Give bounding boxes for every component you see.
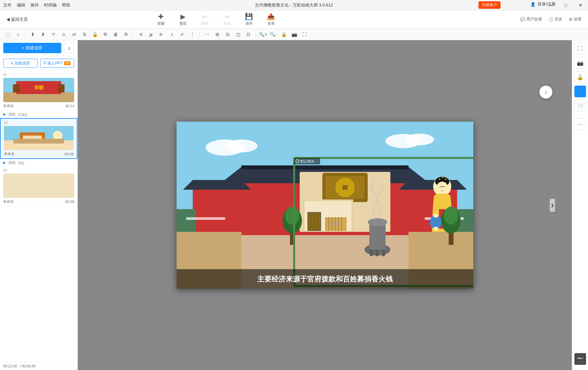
toolbar-publish[interactable]: 📤 发布	[264, 13, 278, 26]
svg-rect-24	[193, 190, 251, 232]
svg-rect-4	[13, 84, 19, 92]
music-note-icon: ♪	[545, 89, 548, 96]
tool-zoom-in[interactable]: 🔍+	[259, 30, 268, 39]
tool-copy[interactable]: ⧉	[121, 30, 131, 39]
window-controls: ─ □ ✕	[543, 0, 588, 10]
svg-rect-5	[58, 84, 64, 92]
toolbar-undo[interactable]: ↩ 撤销	[198, 13, 212, 26]
history-label: 历史	[555, 17, 562, 22]
svg-rect-35	[342, 185, 348, 190]
svg-point-70	[285, 207, 299, 225]
canvas-wrapper[interactable]: ★ ★ ★	[78, 40, 572, 370]
main-layout: + 新建场景 ♪ A 智能场景 P 插入PPT VIP 01	[0, 40, 588, 370]
tool-lock2[interactable]: 🔒	[279, 30, 288, 39]
tool-distribute-h[interactable]: ⫻	[178, 30, 187, 39]
close-button[interactable]: ✕	[573, 0, 588, 10]
tool-screenshot[interactable]: 📷	[290, 30, 299, 39]
tool-align-up[interactable]: ⬆	[39, 30, 48, 39]
toolbar-save[interactable]: 💾 保存	[242, 13, 256, 26]
collapse-button[interactable]: ❯	[550, 199, 555, 212]
canvas-scene-svg: ★ ★ ★	[177, 122, 473, 289]
tool-flip-v[interactable]: ⇅	[80, 30, 89, 39]
ai-scene-button[interactable]: A 智能场景	[3, 59, 38, 68]
svg-marker-25	[399, 180, 467, 190]
tool-fullscreen[interactable]: ⛶	[300, 30, 309, 39]
right-tool-camera[interactable]: 📷	[574, 57, 586, 69]
menu-item-operate[interactable]: 操作	[30, 2, 39, 8]
insert-ppt-button[interactable]: P 插入PPT VIP	[40, 59, 75, 68]
new-scene-button[interactable]: + 新建场景	[3, 43, 61, 53]
tool-home[interactable]: ⌂	[14, 30, 23, 39]
scene-duration-2: 00:08	[64, 152, 74, 156]
right-tool-document[interactable]: 📄	[574, 100, 586, 112]
back-button[interactable]: ◀ 返回主页	[6, 17, 28, 22]
tool-flip-h[interactable]: ⇄	[70, 30, 79, 39]
toolbar-new[interactable]: ✚ 新建	[154, 13, 168, 26]
menu-item-file[interactable]: 文件	[3, 2, 12, 8]
back-label[interactable]: 返回主页	[11, 17, 28, 22]
tool-lock[interactable]: 🔓	[90, 30, 99, 39]
svg-point-17	[405, 134, 434, 145]
ppt-icon: P	[43, 61, 46, 66]
current-time: 00:21.00	[3, 364, 17, 368]
svg-point-63	[436, 182, 448, 195]
tool-align-right[interactable]: ⫸	[157, 30, 166, 39]
tool-more-1[interactable]: ⋯	[202, 30, 212, 39]
scene-thumbnail-2	[4, 126, 74, 150]
svg-marker-23	[183, 180, 251, 190]
tool-more-4[interactable]: ◫	[234, 30, 243, 39]
toolbar-actions: ✚ 新建 ▶ 预览 ↩ 撤销 ↪ 恢复 💾 保存 📤 发布	[154, 13, 278, 26]
right-tool-color[interactable]	[574, 86, 586, 97]
tool-group[interactable]: ⧉	[101, 30, 110, 39]
tool-more-2[interactable]: ⊞	[213, 30, 222, 39]
feedback-button[interactable]: 💬 用户反馈	[520, 17, 542, 22]
right-tool-more[interactable]: ⋯	[574, 118, 586, 130]
toolbar-preview[interactable]: ▶ 预览	[176, 13, 190, 26]
minimize-button[interactable]: ─	[543, 0, 558, 10]
preview-label: 预览	[179, 21, 187, 26]
svg-point-15	[225, 139, 258, 152]
tool-align-bottom[interactable]: ⩔	[49, 30, 58, 39]
avatar-icon: 👤	[530, 2, 536, 7]
tool-select[interactable]: ⬚	[3, 30, 12, 39]
settings-button[interactable]: ⚙ 设置	[569, 17, 582, 22]
tool-align-vcenter[interactable]: ⫾	[167, 30, 176, 39]
scene-number-3: 03	[3, 168, 74, 172]
tool-align-hcenter[interactable]: ⫺	[146, 30, 156, 39]
tool-align-top[interactable]: ⩓	[59, 30, 68, 39]
scene-thumb-2	[4, 126, 74, 150]
tool-more-3[interactable]: ⊟	[223, 30, 232, 39]
scene-item-2[interactable]: 02 未命名 00:08	[0, 118, 77, 159]
menu-item-edit[interactable]: 编辑	[17, 2, 25, 8]
tool-align-down[interactable]: ⬇	[28, 30, 37, 39]
upgrade-button[interactable]: 升级账户	[478, 1, 501, 9]
scene-duration-1: 00:14	[65, 104, 74, 108]
svg-rect-29	[186, 217, 225, 220]
toolbar-sep-4	[256, 31, 256, 38]
right-tool-unlock[interactable]: 🔓	[574, 71, 586, 83]
menu-item-help[interactable]: 帮助	[62, 2, 70, 8]
maximize-button[interactable]: □	[558, 0, 573, 10]
scene-name-2: 未命名	[4, 151, 15, 156]
music-button[interactable]: ♪	[64, 43, 74, 53]
menu-bar: 文件 编辑 操作 时间轴 帮助 古代佛教慈善文化 - 万彩动画大师 3.0.61…	[0, 0, 588, 10]
settings-icon: ⚙	[569, 17, 572, 22]
tool-more-5[interactable]: ⊡	[244, 30, 253, 39]
menu-item-timeline[interactable]: 时间轴	[44, 2, 57, 8]
scene-item-3[interactable]: 03 未命名 00:09	[0, 166, 77, 206]
scene-thumb-1: 宋朝	[3, 78, 74, 102]
history-button[interactable]: 🕐 历史	[548, 17, 562, 22]
right-tool-fullscreen[interactable]: ⛶	[574, 43, 586, 54]
scene-item-1[interactable]: 01 宋朝 未命名 00:14	[0, 71, 77, 111]
tool-delete[interactable]: 🗑	[111, 30, 120, 39]
toolbar-redo[interactable]: ↪ 恢复	[220, 13, 234, 26]
right-tool-screenshot[interactable]: 📷	[574, 353, 586, 365]
scene-name-1: 未命名	[3, 103, 14, 108]
feedback-label: 用户反馈	[526, 17, 542, 22]
music-float-button[interactable]: ♪	[539, 86, 552, 99]
tool-distribute-v[interactable]: ⋮	[188, 30, 197, 39]
toolbar-right: 💬 用户反馈 🕐 历史 ⚙ 设置	[520, 17, 582, 22]
preview-icon: ▶	[180, 13, 185, 20]
tool-align-left[interactable]: ⫷	[136, 30, 145, 39]
tool-zoom-out[interactable]: 🔍-	[269, 30, 278, 39]
